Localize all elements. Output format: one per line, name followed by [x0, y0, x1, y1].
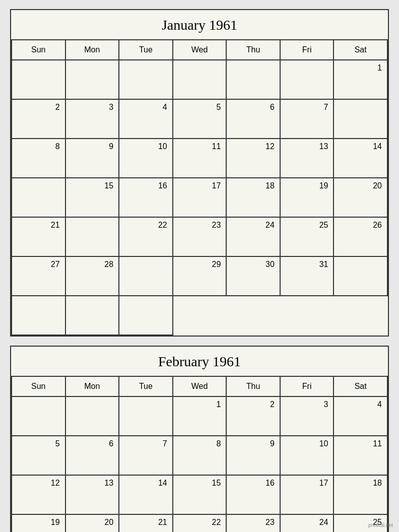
table-row: 7: [119, 436, 173, 476]
january-grid: Sun Mon Tue Wed Thu Fri Sat 1 2 3 4 5 6 …: [11, 40, 388, 336]
header-fri: Fri: [281, 377, 335, 397]
table-row: 3: [66, 100, 120, 139]
table-row: 22: [119, 218, 173, 257]
table-row: 14: [119, 476, 173, 515]
table-row: 12: [227, 139, 281, 178]
header-sun: Sun: [12, 40, 66, 60]
table-row: 24: [227, 218, 281, 257]
table-row: 7: [281, 100, 335, 139]
table-row: [66, 60, 120, 100]
table-row: 1: [173, 397, 227, 436]
table-row: 11: [173, 139, 227, 178]
table-row: 4: [334, 397, 388, 436]
table-row: 17: [173, 178, 227, 218]
table-row: 19: [12, 515, 66, 532]
table-row: 8: [173, 436, 227, 476]
table-row: 30: [227, 257, 281, 296]
header-thu: Thu: [227, 377, 281, 397]
february-calendar: February 1961 Sun Mon Tue Wed Thu Fri Sa…: [10, 346, 389, 532]
table-row: 19: [281, 178, 335, 218]
table-row: 29: [173, 257, 227, 296]
table-row: 17: [281, 476, 335, 515]
table-row: [12, 60, 66, 100]
header-tue: Tue: [119, 40, 173, 60]
table-row: 8: [12, 139, 66, 178]
january-calendar: January 1961 Sun Mon Tue Wed Thu Fri Sat…: [10, 9, 389, 337]
table-row: 20: [66, 515, 120, 532]
table-row: [66, 296, 120, 336]
header-fri: Fri: [281, 40, 335, 60]
table-row: 11: [334, 436, 388, 476]
table-row: 18: [334, 476, 388, 515]
table-row: 4: [119, 100, 173, 139]
table-row: [119, 60, 173, 100]
header-thu: Thu: [227, 40, 281, 60]
table-row: 24: [281, 515, 335, 532]
header-wed: Wed: [173, 377, 227, 397]
table-row: [66, 397, 120, 436]
table-row: 16: [227, 476, 281, 515]
table-row: 14: [334, 139, 388, 178]
table-row: 23: [227, 515, 281, 532]
table-row: [227, 60, 281, 100]
table-row: [12, 397, 66, 436]
table-row: [119, 296, 173, 336]
watermark-label: printcal.net: [368, 522, 393, 528]
header-sat: Sat: [334, 377, 388, 397]
table-row: 9: [66, 139, 120, 178]
table-row: 5: [12, 436, 66, 476]
table-row: [119, 397, 173, 436]
table-row: 3: [281, 397, 335, 436]
table-row: 25: [281, 218, 335, 257]
table-row: 15: [173, 476, 227, 515]
table-row: 21: [12, 218, 66, 257]
table-row: 2: [227, 397, 281, 436]
header-mon: Mon: [66, 40, 120, 60]
february-grid: Sun Mon Tue Wed Thu Fri Sat 1 2 3 4 5 6 …: [11, 377, 388, 532]
table-row: [119, 257, 173, 296]
table-row: 26: [334, 218, 388, 257]
table-row: [66, 218, 120, 257]
table-row: 27: [12, 257, 66, 296]
table-row: 13: [281, 139, 335, 178]
table-row: 5: [173, 100, 227, 139]
header-sat: Sat: [334, 40, 388, 60]
table-row: 6: [66, 436, 120, 476]
table-row: 9: [227, 436, 281, 476]
table-row: [173, 60, 227, 100]
table-row: 10: [281, 436, 335, 476]
header-wed: Wed: [173, 40, 227, 60]
table-row: 21: [119, 515, 173, 532]
table-row: [334, 100, 388, 139]
table-row: 13: [66, 476, 120, 515]
table-row: 15: [66, 178, 120, 218]
header-sun: Sun: [12, 377, 66, 397]
january-title: January 1961: [11, 10, 388, 40]
table-row: 23: [173, 218, 227, 257]
table-row: 2: [12, 100, 66, 139]
table-row: 31: [281, 257, 335, 296]
table-row: [12, 296, 66, 336]
february-title: February 1961: [11, 347, 388, 377]
table-row: 1: [334, 60, 388, 100]
table-row: 12: [12, 476, 66, 515]
table-row: 16: [119, 178, 173, 218]
table-row: 28: [66, 257, 120, 296]
header-tue: Tue: [119, 377, 173, 397]
table-row: 22: [173, 515, 227, 532]
table-row: [334, 257, 388, 296]
table-row: 10: [119, 139, 173, 178]
header-mon: Mon: [66, 377, 120, 397]
table-row: [12, 178, 66, 218]
table-row: [281, 60, 335, 100]
table-row: 6: [227, 100, 281, 139]
table-row: 20: [334, 178, 388, 218]
table-row: 18: [227, 178, 281, 218]
